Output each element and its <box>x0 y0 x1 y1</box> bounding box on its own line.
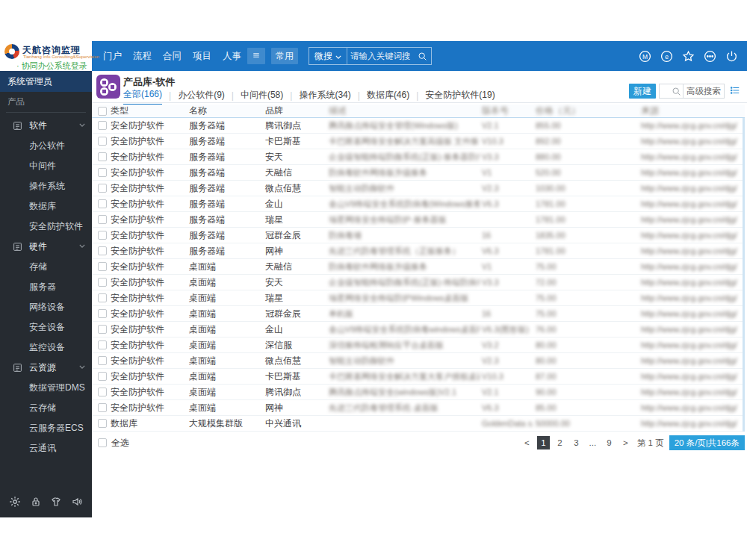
table-row[interactable]: 安全防护软件桌面端深信服深信服终端检测响应平台桌面版V3.280.00http:… <box>92 337 745 353</box>
sidebar-item-网络设备[interactable]: 网络设备 <box>0 297 92 317</box>
tab-数据库(46)[interactable]: 数据库(46) <box>367 89 409 105</box>
row-checkbox[interactable] <box>98 121 107 130</box>
table-scrollbar[interactable] <box>743 118 745 432</box>
sidebar-item-数据库[interactable]: 数据库 <box>0 196 92 217</box>
table-row[interactable]: 安全防护软件服务器端卡巴斯基卡巴斯基网络安全解决方案高级版 文件服务器防病毒..… <box>92 134 745 149</box>
select-all-checkbox[interactable] <box>98 438 107 447</box>
row-checkbox[interactable] <box>98 388 107 396</box>
nav-item-4[interactable]: 项目 <box>193 50 211 63</box>
table-row[interactable]: 安全防护软件桌面端金山金山V9终端安全系统防病毒windows桌面版V6.3(图… <box>92 322 745 337</box>
table-row[interactable]: 安全防护软件服务器端冠群金辰防病毒墙161835.00http://www.zj… <box>92 228 745 243</box>
search-icon[interactable] <box>672 87 683 96</box>
table-row[interactable]: 安全防护软件桌面端冠群金辰单机版1675.00http://www.zjcg.g… <box>92 306 745 322</box>
table-row[interactable]: 安全防护软件服务器端微点佰慧智能主动防御软件V2.31030.00http://… <box>92 181 745 196</box>
table-row[interactable]: 安全防护软件桌面端瑞星瑞星网络安全终端防护Windows桌面版75.00http… <box>92 290 745 306</box>
row-checkbox[interactable] <box>98 372 107 381</box>
create-new-button[interactable]: 新建 <box>629 84 656 99</box>
sidebar-item-云存储[interactable]: 云存储 <box>0 398 92 418</box>
nav-item-2[interactable]: 流程 <box>133 50 152 63</box>
page-next-button[interactable]: > <box>619 436 632 449</box>
row-checkbox[interactable] <box>98 184 107 193</box>
header-checkbox[interactable] <box>98 107 107 116</box>
table-row[interactable]: 安全防护软件服务器端网神先进三代防毒管理系统（正版服务）V6.31781.00h… <box>92 243 745 259</box>
table-row[interactable]: 安全防护软件服务器端腾讯御点腾讯御点终端安全管理(Windows版)V2.185… <box>92 118 745 134</box>
tab-中间件(58)[interactable]: 中间件(58) <box>241 89 283 105</box>
gear-icon[interactable] <box>8 495 22 508</box>
row-checkbox[interactable] <box>98 340 107 349</box>
sound-icon[interactable] <box>70 495 84 508</box>
power-icon[interactable] <box>725 50 738 63</box>
cell-type: 安全防护软件 <box>108 355 187 367</box>
row-checkbox[interactable] <box>98 215 107 224</box>
table-row[interactable]: 安全防护软件桌面端卡巴斯基卡巴斯基网络安全解决方案大客户授权桌面版 +标...V… <box>92 369 745 385</box>
row-checkbox[interactable] <box>98 356 107 365</box>
sidebar-item-存储[interactable]: 存储 <box>0 257 92 277</box>
search-icon[interactable] <box>418 52 431 61</box>
row-checkbox[interactable] <box>98 168 107 177</box>
tab-办公软件(9)[interactable]: 办公软件(9) <box>178 89 225 105</box>
tab-全部(166)[interactable]: 全部(166) <box>123 88 162 105</box>
sidebar-item-中间件[interactable]: 中间件 <box>0 156 92 176</box>
more-icon[interactable] <box>704 50 716 63</box>
nav-item-5[interactable]: 人事 <box>223 50 241 63</box>
sidebar-item-监控设备[interactable]: 监控设备 <box>0 337 92 358</box>
page-button-9[interactable]: 9 <box>603 436 616 449</box>
table-row[interactable]: 安全防护软件桌面端安天企业级智能终端防御系统(正版)·终端防病毒V3.372.0… <box>92 275 745 290</box>
row-checkbox[interactable] <box>98 325 107 334</box>
star-icon[interactable] <box>682 50 695 63</box>
oa-login-link[interactable]: · 协同办公系统登录 <box>16 60 87 72</box>
global-search-input[interactable] <box>347 52 418 60</box>
nav-item-3[interactable]: 合同 <box>163 50 182 63</box>
row-checkbox[interactable] <box>98 419 107 428</box>
sidebar-item-服务器[interactable]: 服务器 <box>0 277 92 297</box>
table-row[interactable]: 安全防护软件桌面端天融信防病毒软件网络版升级服务V175.00http://ww… <box>92 259 745 275</box>
table-row[interactable]: 安全防护软件服务器端安天企业级智能终端防御系统(正版)·服务器防病毒V3.388… <box>92 149 745 165</box>
message-icon[interactable]: e <box>660 50 673 63</box>
table-row[interactable]: 安全防护软件桌面端网神先进三代防毒管理系统·桌面版V6.385.00http:/… <box>92 400 745 416</box>
sidebar-group-软件[interactable]: 软件 <box>0 116 92 136</box>
page-size-badge[interactable]: 20 条/页|共166条 <box>669 435 745 450</box>
row-checkbox[interactable] <box>98 293 107 302</box>
row-checkbox[interactable] <box>98 403 107 412</box>
page-button-2[interactable]: 2 <box>554 436 566 449</box>
sidebar-item-安全防护软件[interactable]: 安全防护软件 <box>0 217 92 237</box>
lock-icon[interactable] <box>29 495 43 508</box>
sidebar-item-安全设备[interactable]: 安全设备 <box>0 317 92 337</box>
table-row[interactable]: 安全防护软件桌面端腾讯御点腾讯御点终端安全(windows版)V2.1V2.19… <box>92 385 745 400</box>
nav-favorites-button[interactable]: 常用 <box>271 48 298 64</box>
row-checkbox[interactable] <box>98 137 107 146</box>
row-checkbox[interactable] <box>98 231 107 240</box>
row-checkbox[interactable] <box>98 246 107 255</box>
row-checkbox[interactable] <box>98 278 107 287</box>
nav-item-1[interactable]: 门户 <box>103 50 122 63</box>
sidebar-item-数据管理DMS[interactable]: 数据管理DMS <box>0 378 92 398</box>
table-row[interactable]: 安全防护软件服务器端金山金山V9终端安全系统防病毒(Windows服务器版)V6… <box>92 196 745 212</box>
search-scope-dropdown[interactable]: 微搜 <box>309 48 347 64</box>
theme-icon[interactable] <box>49 495 63 508</box>
sidebar-item-办公软件[interactable]: 办公软件 <box>0 136 92 156</box>
tab-操作系统(34)[interactable]: 操作系统(34) <box>299 89 350 105</box>
sidebar-group-硬件[interactable]: 硬件 <box>0 237 92 257</box>
tab-安全防护软件(19)[interactable]: 安全防护软件(19) <box>425 89 495 105</box>
row-checkbox[interactable] <box>98 309 107 318</box>
nav-more-menu-button[interactable] <box>247 48 265 64</box>
row-checkbox[interactable] <box>98 199 107 208</box>
sidebar-item-操作系统[interactable]: 操作系统 <box>0 176 92 196</box>
list-view-icon[interactable] <box>729 85 741 96</box>
sidebar-group-云资源[interactable]: 云资源 <box>0 358 92 378</box>
cell-desc-blurred: 卡巴斯基网络安全解决方案高级版 文件服务器防病毒... <box>326 136 480 147</box>
table-row[interactable]: 安全防护软件桌面端微点佰慧智能主动防御软件V2.380.00http://www… <box>92 353 745 369</box>
m-badge-icon[interactable]: M <box>639 50 651 63</box>
page-prev-button[interactable]: < <box>521 436 533 449</box>
table-row[interactable]: 数据库大规模集群版中兴通讯GoldenData s...50000.00http… <box>92 416 745 432</box>
page-button-3[interactable]: 3 <box>570 436 583 449</box>
table-row[interactable]: 安全防护软件服务器端瑞星瑞星网络安全终端防护·服务器版1781.00http:/… <box>92 212 745 228</box>
table-row[interactable]: 安全防护软件服务器端天融信防病毒软件网络版升级服务V1520.00http://… <box>92 165 745 181</box>
sidebar-item-云通讯[interactable]: 云通讯 <box>0 438 92 458</box>
table-search-input[interactable] <box>660 87 672 96</box>
row-checkbox[interactable] <box>98 152 107 161</box>
page-button-1[interactable]: 1 <box>537 436 550 449</box>
row-checkbox[interactable] <box>98 262 107 271</box>
advanced-search-button[interactable]: 高级搜索 <box>683 84 724 98</box>
sidebar-item-云服务器ECS[interactable]: 云服务器ECS <box>0 418 92 438</box>
